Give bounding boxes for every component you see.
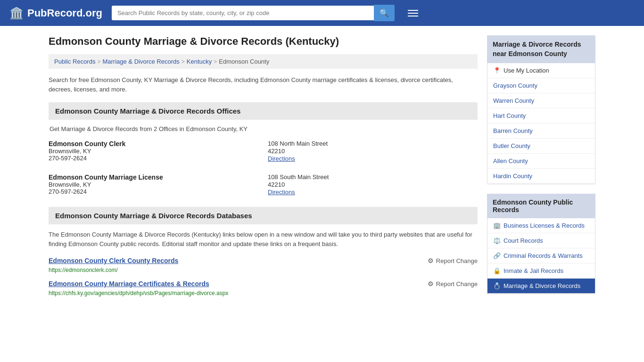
office-1-city: Brownsville, KY: [49, 148, 258, 155]
sidebar-item-grayson[interactable]: Grayson County: [487, 78, 595, 93]
breadcrumb-kentucky[interactable]: Kentucky: [187, 58, 212, 65]
sidebar: Marriage & Divorce Records near Edmonson…: [487, 35, 595, 304]
hamburger-icon: [408, 10, 418, 16]
main-container: Edmonson County Marriage & Divorce Recor…: [39, 26, 605, 313]
sidebar-item-inmate[interactable]: 🔒 Inmate & Jail Records: [487, 263, 595, 279]
office-2-city: Brownsville, KY: [49, 181, 258, 188]
building-icon: 🏛️: [9, 7, 24, 20]
search-bar: 🔍: [112, 5, 395, 21]
sidebar-barren-label: Barren County: [493, 127, 533, 134]
sidebar-allen-label: Allen County: [493, 157, 528, 165]
business-icon: 🏢: [493, 222, 501, 229]
databases-section-header: Edmonson County Marriage & Divorce Recor…: [49, 207, 478, 224]
nearby-section-title: Marriage & Divorce Records near Edmonson…: [487, 35, 595, 63]
office-1-street: 108 North Main Street: [268, 140, 478, 148]
breadcrumb-marriage-divorce[interactable]: Marriage & Divorce Records: [102, 58, 179, 65]
db-entry-1-title[interactable]: Edmonson County Clerk County Records: [49, 257, 178, 264]
sidebar-butler-label: Butler County: [493, 142, 530, 149]
offices-subtext: Get Marriage & Divorce Records from 2 Of…: [49, 125, 478, 132]
office-1-phone: 270-597-2624: [49, 155, 258, 162]
office-entry-1: Edmonson County Clerk 108 North Main Str…: [49, 140, 478, 162]
office-2-street: 108 South Main Street: [268, 173, 478, 181]
db-entry-2-report-label: Report Change: [436, 280, 478, 288]
sidebar-item-allen[interactable]: Allen County: [487, 154, 595, 169]
databases-description: The Edmonson County Marriage & Divorce R…: [49, 230, 478, 248]
db-entry-1-report[interactable]: ⚙ Report Change: [428, 257, 478, 264]
marriage-icon: 💍: [493, 282, 501, 289]
sidebar-inmate-label: Inmate & Jail Records: [504, 267, 563, 274]
search-input[interactable]: [112, 6, 374, 20]
office-1-name: Edmonson County Clerk: [49, 140, 258, 148]
sidebar-item-warren[interactable]: Warren County: [487, 93, 595, 108]
inmate-icon: 🔒: [493, 267, 501, 274]
sidebar-criminal-label: Criminal Records & Warrants: [504, 252, 583, 259]
menu-button[interactable]: [404, 8, 422, 18]
db-entry-1: Edmonson County Clerk County Records htt…: [49, 257, 478, 273]
sidebar-item-court[interactable]: ⚖️ Court Records: [487, 233, 595, 248]
breadcrumb-sep-2: >: [182, 58, 185, 65]
public-records-list: 🏢 Business Licenses & Records ⚖️ Court R…: [487, 218, 595, 294]
sidebar-hart-label: Hart County: [493, 112, 526, 119]
db-entry-2-left: Edmonson County Marriage Certificates & …: [49, 280, 228, 296]
logo-text: PubRecord.org: [27, 7, 102, 19]
sidebar-item-barren[interactable]: Barren County: [487, 123, 595, 139]
db-entry-2-report[interactable]: ⚙ Report Change: [428, 280, 478, 288]
sidebar-item-butler[interactable]: Butler County: [487, 139, 595, 154]
location-icon: 📍: [493, 67, 501, 74]
nearby-list: 📍 Use My Location Grayson County Warren …: [487, 63, 595, 184]
breadcrumb-sep-1: >: [97, 58, 100, 65]
sidebar-warren-label: Warren County: [493, 97, 534, 104]
sidebar-item-hart[interactable]: Hart County: [487, 108, 595, 123]
db-entry-1-report-label: Report Change: [436, 257, 478, 264]
office-2-directions-link[interactable]: Directions: [268, 189, 295, 196]
breadcrumb-public-records[interactable]: Public Records: [54, 58, 95, 65]
site-header: 🏛️ PubRecord.org 🔍: [0, 0, 644, 26]
sidebar-item-hardin[interactable]: Hardin County: [487, 169, 595, 184]
sidebar-item-marriage[interactable]: 💍 Marriage & Divorce Records: [487, 279, 595, 294]
office-1-directions: Directions: [268, 155, 478, 162]
breadcrumb: Public Records > Marriage & Divorce Reco…: [49, 54, 478, 69]
sidebar-use-location-label: Use My Location: [504, 67, 549, 74]
report-icon-2: ⚙: [428, 280, 434, 288]
sidebar-use-location[interactable]: 📍 Use My Location: [487, 63, 595, 78]
db-entry-1-url: https://edmonsonclerk.com/: [49, 267, 118, 273]
sidebar-marriage-label: Marriage & Divorce Records: [504, 282, 580, 289]
breadcrumb-current: Edmonson County: [219, 58, 269, 65]
office-2-zip: 42210: [268, 181, 478, 188]
office-entry-2: Edmonson County Marriage License 108 Sou…: [49, 173, 478, 196]
office-1-zip: 42210: [268, 148, 478, 155]
search-button[interactable]: 🔍: [374, 5, 395, 21]
db-entry-2-url: https://chfs.ky.gov/agencies/dph/dehp/vs…: [49, 290, 228, 296]
criminal-icon: 🔗: [493, 252, 501, 259]
page-title: Edmonson County Marriage & Divorce Recor…: [49, 35, 478, 48]
sidebar-item-business[interactable]: 🏢 Business Licenses & Records: [487, 218, 595, 233]
logo[interactable]: 🏛️ PubRecord.org: [9, 7, 102, 20]
page-description: Search for free Edmonson County, KY Marr…: [49, 75, 478, 94]
content-area: Edmonson County Marriage & Divorce Recor…: [49, 35, 478, 304]
breadcrumb-sep-3: >: [214, 58, 217, 65]
sidebar-hardin-label: Hardin County: [493, 173, 532, 180]
sidebar-court-label: Court Records: [504, 237, 543, 244]
db-entry-2-title[interactable]: Edmonson County Marriage Certificates & …: [49, 280, 228, 288]
public-records-section-title: Edmonson County Public Records: [487, 194, 595, 218]
office-2-phone: 270-597-2624: [49, 188, 258, 196]
db-entry-2: Edmonson County Marriage Certificates & …: [49, 280, 478, 296]
office-2-name: Edmonson County Marriage License: [49, 173, 258, 181]
court-icon: ⚖️: [493, 237, 501, 244]
office-2-directions: Directions: [268, 188, 478, 196]
sidebar-business-label: Business Licenses & Records: [504, 222, 585, 229]
offices-section-header: Edmonson County Marriage & Divorce Recor…: [49, 102, 478, 120]
office-1-directions-link[interactable]: Directions: [268, 155, 295, 162]
sidebar-grayson-label: Grayson County: [493, 82, 537, 89]
sidebar-item-criminal[interactable]: 🔗 Criminal Records & Warrants: [487, 248, 595, 263]
report-icon-1: ⚙: [428, 257, 434, 264]
db-entry-1-left: Edmonson County Clerk County Records htt…: [49, 257, 178, 273]
